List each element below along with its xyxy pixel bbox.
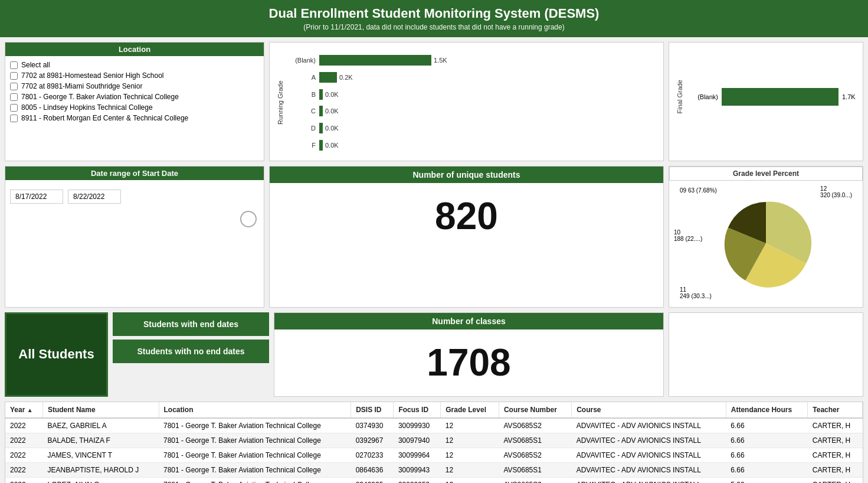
table-cell-focus-id: 30099959: [394, 477, 441, 483]
location-checkbox-label: 8005 - Lindsey Hopkins Technical College: [21, 103, 153, 112]
start-date-input[interactable]: [10, 190, 63, 204]
table-cell-dsis-id: 0342935: [351, 477, 394, 483]
table-cell-attendance-hours: 6.66: [726, 433, 808, 448]
table-cell-teacher: CARTER, H: [808, 477, 863, 483]
location-checkboxes: Select all7702 at 8981-Homestead Senior …: [10, 61, 259, 122]
grade-level-title: Grade level Percent: [669, 167, 863, 181]
table-cell-grade-level: 12: [441, 477, 499, 483]
table-cell-location: 7801 - George T. Baker Aviation Technica…: [159, 462, 351, 477]
bar-value: 0.0K: [325, 91, 339, 98]
col-student-name: Student Name: [42, 402, 159, 418]
sort-year[interactable]: ▲: [27, 407, 33, 413]
table-cell-focus-id: 30099930: [394, 418, 441, 433]
bar-value: 0.0K: [325, 125, 339, 132]
table-cell-dsis-id: 0864636: [351, 462, 394, 477]
table-cell-location: 7801 - George T. Baker Aviation Technica…: [159, 433, 351, 448]
students-with-no-end-dates-button[interactable]: Students with no end dates: [113, 340, 269, 363]
location-checkbox[interactable]: [10, 104, 18, 112]
table-cell-course: ADVAVITEC - ADV AVIONICS INSTALL: [572, 448, 726, 462]
table-cell-course-number: AVS0685S1: [499, 462, 571, 477]
bar-outer: 0.0K: [319, 123, 659, 133]
bar-outer: 0.0K: [319, 140, 659, 151]
location-checkbox-item: Select all: [10, 61, 259, 69]
pie-label-09: 09 63 (7.68%): [680, 187, 717, 194]
final-bar-value: 1.7K: [842, 93, 856, 100]
table-cell-student-name: JAMES, VINCENT T: [42, 448, 159, 462]
classes-panel: Number of classes 1708: [274, 312, 664, 397]
pie-svg: [719, 196, 813, 291]
bar-fill: [319, 123, 323, 133]
date-range-panel: Date range of Start Date: [5, 166, 264, 308]
pie-label-11b: 11249 (30.3...): [680, 286, 712, 299]
table-cell-dsis-id: 0392967: [351, 433, 394, 448]
final-grade-chart: (Blank)1.7K: [686, 88, 858, 106]
table-header-row: Year ▲ Student Name Location DSIS ID Foc…: [5, 402, 863, 418]
location-checkbox-item: 8911 - Robert Morgan Ed Center & Technic…: [10, 114, 259, 122]
date-range-title: Date range of Start Date: [5, 167, 264, 180]
pie-label-12: 12320 (39.0...): [820, 185, 852, 198]
bar-fill: [319, 140, 323, 151]
location-checkbox-label: 7702 at 8981-Homestead Senior High Schoo…: [21, 71, 164, 80]
col-teacher: Teacher: [808, 402, 863, 418]
students-with-end-dates-button[interactable]: Students with end dates: [113, 312, 269, 336]
bar-row: F0.0K: [286, 140, 659, 151]
table-cell-student-name: JEANBAPTISTE, HAROLD J: [42, 462, 159, 477]
table-cell-student-name: BALADE, THAIZA F: [42, 433, 159, 448]
location-checkbox[interactable]: [10, 83, 18, 90]
running-grade-y-label: Running Grade: [274, 50, 286, 156]
bar-outer: 0.0K: [319, 106, 659, 116]
table-cell-year: 2022: [5, 418, 42, 433]
location-checkbox-label: 8911 - Robert Morgan Ed Center & Technic…: [21, 114, 188, 122]
table-cell-course-number: AVS0685S2: [499, 448, 571, 462]
classes-value: 1708: [279, 334, 659, 391]
table-cell-grade-level: 12: [441, 418, 499, 433]
table-cell-teacher: CARTER, H: [808, 418, 863, 433]
bar-label: A: [286, 74, 316, 81]
bar-row: B0.0K: [286, 89, 659, 100]
location-checkbox-item: 7702 at 8981-Homestead Senior High Schoo…: [10, 71, 259, 80]
location-checkbox[interactable]: [10, 115, 18, 122]
bar-value: 0.2K: [339, 74, 353, 81]
grade-level-panel-bottom: [669, 312, 863, 397]
pie-label-10: 10188 (22....): [674, 229, 702, 242]
location-panel: Location Select all7702 at 8981-Homestea…: [5, 42, 264, 161]
final-bar-row: (Blank)1.7K: [686, 88, 858, 106]
all-students-button[interactable]: All Students: [5, 312, 108, 397]
final-grade-y-label: Final Grade: [674, 80, 686, 113]
bar-fill: [319, 89, 323, 100]
col-dsis-id: DSIS ID: [351, 402, 394, 418]
pie-chart: 12320 (39.0...) 11249 (30.3...) 10188 (2…: [674, 184, 858, 302]
table-cell-student-name: LOPEZ, AILIN G: [42, 477, 159, 483]
unique-students-title: Number of unique students: [270, 167, 663, 183]
location-checkbox[interactable]: [10, 72, 18, 80]
table-cell-grade-level: 12: [441, 448, 499, 462]
bar-label: C: [286, 107, 316, 115]
location-checkbox-label: Select all: [21, 61, 50, 69]
classes-title: Number of classes: [274, 313, 663, 329]
data-table: Year ▲ Student Name Location DSIS ID Foc…: [5, 402, 863, 483]
slider-circle[interactable]: [240, 211, 257, 227]
table-cell-teacher: CARTER, H: [808, 433, 863, 448]
location-checkbox[interactable]: [10, 61, 18, 69]
table-cell-course: ADVAVITEC - ADV AVIONICS INSTALL: [572, 433, 726, 448]
bar-label: D: [286, 125, 316, 132]
location-checkbox-label: 7702 at 8981-Miami Southridge Senior: [21, 82, 142, 90]
bar-fill: [319, 55, 431, 66]
table-cell-attendance-hours: 6.66: [726, 462, 808, 477]
col-course: Course: [572, 402, 726, 418]
table-cell-attendance-hours: 6.66: [726, 418, 808, 433]
location-checkbox[interactable]: [10, 93, 18, 101]
bar-value: 1.5K: [434, 57, 447, 64]
end-date-input[interactable]: [68, 190, 121, 204]
location-title: Location: [5, 43, 264, 56]
filter-buttons-group: Students with end dates Students with no…: [113, 312, 269, 397]
table-cell-teacher: CARTER, H: [808, 462, 863, 477]
table-body: 2022BAEZ, GABRIEL A7801 - George T. Bake…: [5, 418, 863, 483]
bar-row: D0.0K: [286, 123, 659, 133]
final-bar-fill: [722, 88, 838, 106]
location-checkbox-item: 7702 at 8981-Miami Southridge Senior: [10, 82, 259, 90]
bar-label: B: [286, 91, 316, 98]
table-row: 2022JAMES, VINCENT T7801 - George T. Bak…: [5, 448, 863, 462]
table-cell-attendance-hours: 6.66: [726, 448, 808, 462]
bar-label: F: [286, 142, 316, 149]
